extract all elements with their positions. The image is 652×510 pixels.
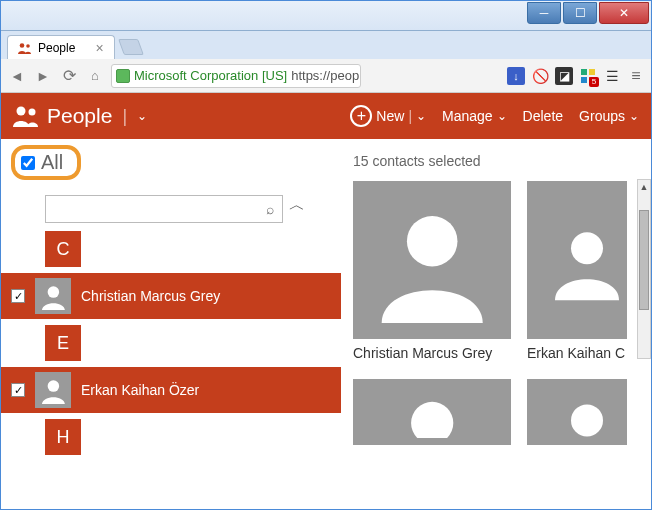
extension-badge-count: 5 xyxy=(589,77,599,87)
browser-tab[interactable]: People × xyxy=(7,35,115,59)
svg-point-11 xyxy=(571,232,603,264)
svg-point-10 xyxy=(407,216,458,267)
svg-rect-2 xyxy=(581,69,587,75)
manage-button[interactable]: Manage ⌄ xyxy=(442,108,507,124)
manage-label: Manage xyxy=(442,108,493,124)
contact-row[interactable]: ✓ Erkan Kaihan Özer xyxy=(1,367,341,413)
extension-icons: ↓ 🚫 ◪ 5 ☰ ≡ xyxy=(507,67,645,85)
contact-row[interactable]: ✓ Christian Marcus Grey xyxy=(1,273,341,319)
card-avatar xyxy=(527,181,627,339)
address-bar[interactable]: Microsoft Corporation [US] https://peop … xyxy=(111,64,361,88)
window-minimize-button[interactable]: ─ xyxy=(527,2,561,24)
search-input[interactable] xyxy=(54,202,266,217)
ev-certificate-label: Microsoft Corporation [US] xyxy=(134,68,287,83)
people-icon xyxy=(13,105,39,127)
select-all-checkbox[interactable] xyxy=(21,156,35,170)
svg-rect-4 xyxy=(581,77,587,83)
avatar-icon xyxy=(369,197,495,323)
svg-point-8 xyxy=(47,286,59,298)
contact-list: C ✓ Christian Marcus Grey E ✓ Erkan Kaih… xyxy=(1,231,341,455)
chevron-down-icon: ⌄ xyxy=(629,109,639,123)
tab-title: People xyxy=(38,41,75,55)
groups-label: Groups xyxy=(579,108,625,124)
svg-rect-3 xyxy=(589,69,595,75)
avatar-icon xyxy=(39,282,68,311)
letter-header-e[interactable]: E xyxy=(45,325,81,361)
lock-icon xyxy=(116,69,130,83)
extension-stack-icon[interactable]: ☰ xyxy=(603,67,621,85)
extension-badge-icon[interactable]: 5 xyxy=(579,67,597,85)
svg-point-12 xyxy=(411,401,453,438)
separator: | xyxy=(122,106,127,127)
contact-card[interactable] xyxy=(527,379,627,445)
content-area: All ⌕ ︿ C ✓ Christian Marcus Grey E ✓ xyxy=(1,139,651,510)
new-button[interactable]: + New | ⌄ xyxy=(350,105,426,127)
avatar-icon xyxy=(547,197,627,323)
forward-button[interactable]: ► xyxy=(33,66,53,86)
tab-close-icon[interactable]: × xyxy=(95,40,103,56)
new-label: New xyxy=(376,108,404,124)
contact-card-grid: Christian Marcus Grey Erkan Kaihan C xyxy=(353,181,639,361)
window-close-button[interactable]: ✕ xyxy=(599,2,649,24)
delete-button[interactable]: Delete xyxy=(523,108,563,124)
detail-pane: 15 contacts selected Christian Marcus Gr… xyxy=(341,139,651,510)
bookmark-star-icon[interactable]: ☆ xyxy=(359,68,361,84)
scrollbar-thumb[interactable] xyxy=(639,210,649,310)
browser-menu-button[interactable]: ≡ xyxy=(627,67,645,85)
extension-dark-icon[interactable]: ◪ xyxy=(555,67,573,85)
home-button[interactable]: ⌂ xyxy=(85,66,105,86)
contact-checkbox[interactable]: ✓ xyxy=(11,383,25,397)
people-icon xyxy=(18,42,32,54)
scroll-up-arrow-icon[interactable]: ▲ xyxy=(638,180,650,194)
card-avatar xyxy=(353,379,511,445)
svg-point-1 xyxy=(26,44,30,48)
app-title[interactable]: People | ⌄ xyxy=(13,104,147,128)
contact-list-pane: All ⌕ ︿ C ✓ Christian Marcus Grey E ✓ xyxy=(1,139,341,510)
contact-avatar xyxy=(35,372,71,408)
selection-status: 15 contacts selected xyxy=(353,153,639,169)
chevron-down-icon[interactable]: ⌄ xyxy=(137,109,147,123)
reload-button[interactable]: ⟳ xyxy=(59,66,79,86)
avatar-icon xyxy=(369,386,495,439)
avatar-icon xyxy=(547,386,627,439)
app-name: People xyxy=(47,104,112,128)
browser-tab-strip: People × xyxy=(1,31,651,59)
window-titlebar: ─ ☐ ✕ xyxy=(1,1,651,31)
contact-card[interactable] xyxy=(353,379,511,445)
contact-checkbox[interactable]: ✓ xyxy=(11,289,25,303)
card-name: Erkan Kaihan C xyxy=(527,345,627,361)
search-icon[interactable]: ⌕ xyxy=(266,201,274,217)
contact-name: Christian Marcus Grey xyxy=(81,288,220,304)
avatar-icon xyxy=(39,376,68,405)
scrollbar[interactable]: ▲ xyxy=(637,179,651,359)
search-box[interactable]: ⌕ xyxy=(45,195,283,223)
svg-point-0 xyxy=(20,43,25,48)
select-all-filter[interactable]: All xyxy=(11,145,81,180)
card-avatar xyxy=(527,379,627,445)
card-avatar xyxy=(353,181,511,339)
plus-circle-icon: + xyxy=(350,105,372,127)
chevron-down-icon: ⌄ xyxy=(416,109,426,123)
svg-point-6 xyxy=(17,107,26,116)
contact-card[interactable]: Christian Marcus Grey xyxy=(353,181,511,361)
svg-point-7 xyxy=(29,109,36,116)
contact-avatar xyxy=(35,278,71,314)
app-header: People | ⌄ + New | ⌄ Manage ⌄ Delete Gro… xyxy=(1,93,651,139)
all-label: All xyxy=(41,151,63,174)
groups-button[interactable]: Groups ⌄ xyxy=(579,108,639,124)
window-maximize-button[interactable]: ☐ xyxy=(563,2,597,24)
letter-header-c[interactable]: C xyxy=(45,231,81,267)
back-button[interactable]: ◄ xyxy=(7,66,27,86)
extension-block-icon[interactable]: 🚫 xyxy=(531,67,549,85)
new-tab-button[interactable] xyxy=(118,39,144,55)
letter-header-h[interactable]: H xyxy=(45,419,81,455)
scroll-up-icon[interactable]: ︿ xyxy=(289,195,305,216)
svg-point-13 xyxy=(571,404,603,436)
svg-point-9 xyxy=(47,380,59,392)
card-name: Christian Marcus Grey xyxy=(353,345,511,361)
contact-card[interactable]: Erkan Kaihan C xyxy=(527,181,627,361)
url-text: https://peop xyxy=(291,68,359,83)
chevron-down-icon: ⌄ xyxy=(497,109,507,123)
extension-download-icon[interactable]: ↓ xyxy=(507,67,525,85)
contact-name: Erkan Kaihan Özer xyxy=(81,382,199,398)
